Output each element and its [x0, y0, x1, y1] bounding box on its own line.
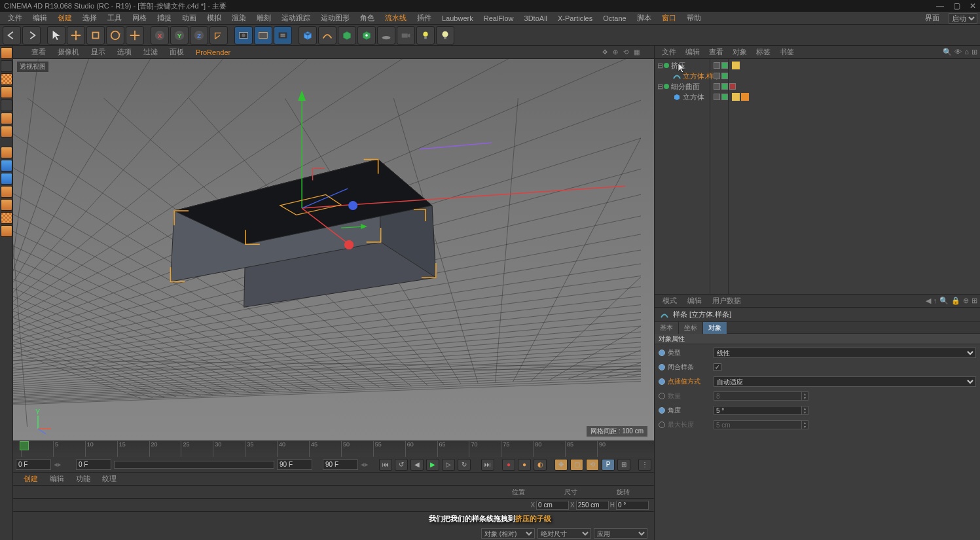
bbtab-1[interactable]: 编辑 [45, 473, 69, 485]
menu-13[interactable]: 角色 [355, 12, 380, 24]
key-scale-button[interactable]: ▢ [570, 459, 583, 471]
menu-16[interactable]: Laubwerk [437, 13, 479, 24]
timeline-playhead[interactable] [20, 441, 29, 450]
environment-button[interactable] [377, 26, 395, 45]
locked-button[interactable] [1, 186, 12, 198]
go-start-button[interactable]: ⏮ [379, 459, 392, 471]
axis-button[interactable] [1, 147, 12, 158]
menu-1[interactable]: 编辑 [27, 12, 52, 24]
deformer-button[interactable] [357, 26, 376, 45]
maximize-button[interactable]: ▢ [953, 1, 960, 10]
objmgr-expand-icon[interactable]: ⊞ [971, 48, 977, 56]
snap-button[interactable] [1, 160, 12, 171]
camera-button[interactable] [397, 26, 415, 45]
vptab-2[interactable]: 显示 [86, 46, 111, 58]
menu-11[interactable]: 运动跟踪 [276, 12, 316, 24]
prev-frame-button[interactable]: ◀ [410, 459, 424, 471]
vptab-4[interactable]: 过滤 [138, 46, 163, 58]
interp-select[interactable]: 自动适应 [714, 376, 976, 387]
menu-12[interactable]: 运动图形 [316, 12, 355, 24]
x-axis-lock[interactable]: X [151, 26, 169, 45]
generator-button[interactable] [338, 26, 356, 45]
menu-6[interactable]: 捕捉 [152, 12, 177, 24]
range-start-input[interactable] [76, 459, 111, 470]
attr-expand-icon[interactable]: ⊞ [971, 297, 977, 305]
attrsubtab-2[interactable]: 对象 [703, 322, 727, 334]
size-mode-select[interactable]: 绝对尺寸 [537, 528, 591, 539]
undo-button[interactable] [3, 26, 21, 45]
layout-select[interactable]: 启动 [949, 13, 977, 24]
viewport-solo-button[interactable] [1, 225, 12, 237]
menu-10[interactable]: 雕刻 [251, 12, 276, 24]
attr-back-icon[interactable]: ◀ [926, 297, 931, 305]
viewport-toggle-icon[interactable]: ▦ [632, 48, 641, 56]
coord-system[interactable] [209, 26, 228, 45]
redo-button[interactable] [22, 26, 41, 45]
menu-22[interactable]: 窗口 [657, 12, 681, 24]
move-tool[interactable] [67, 26, 85, 45]
attr-lock-icon[interactable]: 🔒 [951, 297, 960, 305]
menu-21[interactable]: 脚本 [632, 12, 657, 24]
objtab-1[interactable]: 编辑 [681, 46, 704, 58]
viewport[interactable]: 透视视图 网格间距 : 100 cm Y [13, 59, 654, 441]
vptab-5[interactable]: 面板 [164, 46, 189, 58]
objrow-1[interactable]: 立方体.样条 [655, 71, 980, 81]
menu-18[interactable]: 3DtoAll [519, 13, 553, 24]
menu-8[interactable]: 模拟 [202, 12, 227, 24]
menu-9[interactable]: 渲染 [227, 12, 251, 24]
attrtab-0[interactable]: 模式 [657, 295, 682, 307]
spline-primitive-button[interactable] [318, 26, 336, 45]
rot-h-input[interactable] [616, 501, 649, 510]
angle-input[interactable] [714, 406, 802, 415]
frame-start-input[interactable] [16, 459, 51, 470]
menu-23[interactable]: 帮助 [681, 12, 706, 24]
objtab-5[interactable]: 书签 [775, 46, 799, 58]
menu-15[interactable]: 插件 [412, 12, 437, 24]
menu-19[interactable]: X-Particles [553, 13, 598, 24]
attrsubtab-0[interactable]: 基本 [655, 322, 679, 334]
attrsubtab-1[interactable]: 坐标 [679, 322, 703, 334]
pos-x-input[interactable] [536, 501, 569, 510]
cube-primitive-button[interactable] [299, 26, 317, 45]
objrow-3[interactable]: 立方体 [655, 92, 980, 102]
render-view-button[interactable] [234, 26, 253, 45]
timeline-range-slider[interactable] [114, 461, 274, 469]
key-pos-button[interactable]: ✥ [554, 459, 568, 471]
menu-4[interactable]: 工具 [102, 12, 127, 24]
viewport-zoom-icon[interactable]: ⊕ [611, 48, 619, 56]
last-tool[interactable] [126, 26, 144, 45]
key-param-button[interactable]: P [602, 459, 615, 471]
menu-0[interactable]: 文件 [3, 12, 27, 24]
texture-mode-button[interactable] [1, 73, 12, 85]
tweak-button[interactable] [1, 212, 12, 224]
z-axis-lock[interactable]: Z [190, 26, 208, 45]
objmgr-home-icon[interactable]: ⌂ [964, 48, 969, 56]
render-region-button[interactable] [254, 26, 272, 45]
menu-20[interactable]: Octane [598, 13, 631, 24]
polygon-mode-button[interactable] [1, 126, 12, 137]
workplane-button[interactable] [1, 86, 12, 98]
prev-key-button[interactable]: ↺ [395, 459, 408, 471]
make-editable-button[interactable] [1, 47, 12, 59]
objrow-0[interactable]: ⊟挤压 [655, 60, 980, 71]
range-end-input[interactable] [277, 459, 312, 470]
go-end-button[interactable]: ⏭ [481, 459, 494, 471]
rotate-tool[interactable] [106, 26, 124, 45]
bbtab-2[interactable]: 功能 [71, 473, 96, 485]
vptab-1[interactable]: 摄像机 [52, 46, 84, 58]
apply-select[interactable]: 应用 [594, 528, 647, 539]
lightbulb-icon[interactable] [436, 26, 454, 45]
objrow-2[interactable]: ⊟细分曲面 [655, 81, 980, 92]
timeline[interactable]: 051015202530354045505560657075808590 [13, 441, 654, 456]
object-tree[interactable]: ⊟挤压立方体.样条⊟细分曲面立方体 [655, 59, 980, 294]
quantize-button[interactable] [1, 173, 12, 185]
vptab-0[interactable]: 查看 [26, 46, 51, 58]
menu-7[interactable]: 动画 [177, 12, 202, 24]
frame-end-input[interactable] [323, 459, 358, 470]
coord-mode-select[interactable]: 对象 (相对) [481, 528, 535, 539]
size-x-input[interactable] [576, 501, 609, 510]
render-settings-button[interactable] [274, 26, 292, 45]
objtab-0[interactable]: 文件 [657, 46, 681, 58]
attrtab-1[interactable]: 编辑 [682, 295, 707, 307]
menu-5[interactable]: 网格 [127, 12, 152, 24]
